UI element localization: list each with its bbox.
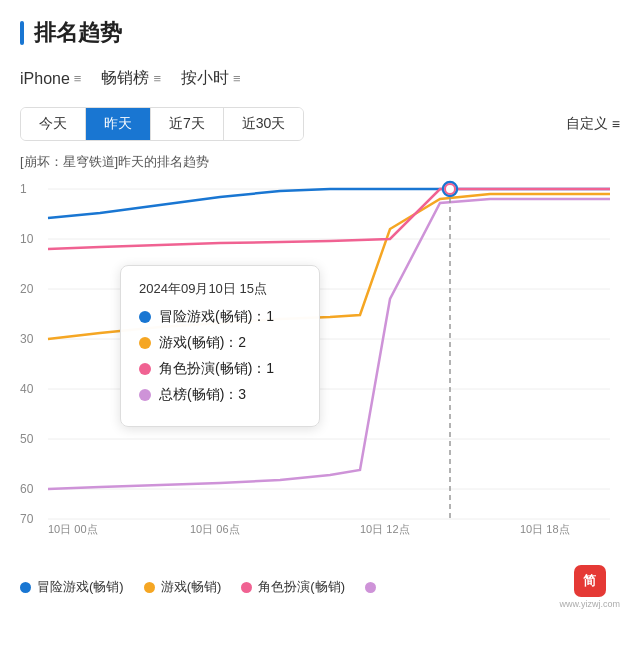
legend-item-purple — [365, 582, 376, 593]
custom-icon: ≡ — [612, 116, 620, 132]
custom-button[interactable]: 自定义 ≡ — [566, 115, 620, 133]
tooltip-dot-4 — [139, 389, 151, 401]
svg-text:40: 40 — [20, 382, 34, 396]
svg-text:70: 70 — [20, 512, 34, 526]
tooltip-item-2: 游戏(畅销)：2 — [139, 334, 301, 352]
svg-text:10: 10 — [20, 232, 34, 246]
chart-tooltip: 2024年09月10日 15点 冒险游戏(畅销)：1 游戏(畅销)：2 角色扮演… — [120, 265, 320, 427]
chart-container: 1 10 20 30 40 50 60 70 10日 00点 10日 0 — [20, 175, 620, 555]
chart-wrapper: [崩坏：星穹铁道]昨天的排名趋势 1 10 20 30 40 50 60 70 — [0, 153, 640, 555]
svg-text:30: 30 — [20, 332, 34, 346]
tab-3[interactable]: 近30天 — [224, 108, 304, 140]
filter-item-1[interactable]: 畅销榜≡ — [101, 68, 161, 89]
legend-label-0: 冒险游戏(畅销) — [37, 578, 124, 596]
tab-group: 今天昨天近7天近30天 — [20, 107, 304, 141]
tooltip-item-4: 总榜(畅销)：3 — [139, 386, 301, 404]
header: 排名趋势 — [0, 0, 640, 58]
header-accent-bar — [20, 21, 24, 45]
legend-item-0: 冒险游戏(畅销) — [20, 578, 124, 596]
tooltip-dot-2 — [139, 337, 151, 349]
svg-text:50: 50 — [20, 432, 34, 446]
legend-row: 冒险游戏(畅销)游戏(畅销)角色扮演(畅销) 简 www.yizwj.com — [0, 555, 640, 619]
svg-text:10日 06点: 10日 06点 — [190, 523, 240, 535]
legend-dot-0 — [20, 582, 31, 593]
filter-item-0[interactable]: iPhone≡ — [20, 70, 81, 88]
svg-text:1: 1 — [20, 182, 27, 196]
filter-label-1: 畅销榜 — [101, 68, 149, 89]
tab-row: 今天昨天近7天近30天 自定义 ≡ — [0, 99, 640, 149]
filter-row: iPhone≡畅销榜≡按小时≡ — [0, 58, 640, 99]
svg-text:60: 60 — [20, 482, 34, 496]
legend-item-1: 游戏(畅销) — [144, 578, 222, 596]
tooltip-title: 2024年09月10日 15点 — [139, 280, 301, 298]
legend-dot-1 — [144, 582, 155, 593]
tooltip-item-1: 冒险游戏(畅销)：1 — [139, 308, 301, 326]
svg-text:10日 00点: 10日 00点 — [48, 523, 98, 535]
tooltip-dot-1 — [139, 311, 151, 323]
tooltip-dot-3 — [139, 363, 151, 375]
main-container: 排名趋势 iPhone≡畅销榜≡按小时≡ 今天昨天近7天近30天 自定义 ≡ [… — [0, 0, 640, 649]
tab-1[interactable]: 昨天 — [86, 108, 151, 140]
legend-dot-2 — [241, 582, 252, 593]
logo-icon: 简 — [574, 565, 606, 597]
filter-item-2[interactable]: 按小时≡ — [181, 68, 241, 89]
legend-label-2: 角色扮演(畅销) — [258, 578, 345, 596]
chart-label: [崩坏：星穹铁道]昨天的排名趋势 — [20, 153, 620, 171]
custom-label: 自定义 — [566, 115, 608, 133]
legend-label-1: 游戏(畅销) — [161, 578, 222, 596]
svg-text:10日 12点: 10日 12点 — [360, 523, 410, 535]
tab-0[interactable]: 今天 — [21, 108, 86, 140]
logo-text: www.yizwj.com — [559, 599, 620, 609]
filter-icon-2: ≡ — [233, 71, 241, 86]
legend-dot-purple — [365, 582, 376, 593]
filter-icon-0: ≡ — [74, 71, 82, 86]
svg-point-22 — [445, 184, 455, 194]
page-title: 排名趋势 — [34, 18, 122, 48]
tooltip-item-3: 角色扮演(畅销)：1 — [139, 360, 301, 378]
filter-label-2: 按小时 — [181, 68, 229, 89]
logo: 简 www.yizwj.com — [559, 565, 620, 609]
svg-text:10日 18点: 10日 18点 — [520, 523, 570, 535]
filter-label-0: iPhone — [20, 70, 70, 88]
filter-icon-1: ≡ — [153, 71, 161, 86]
tab-2[interactable]: 近7天 — [151, 108, 224, 140]
chart-svg: 1 10 20 30 40 50 60 70 10日 00点 10日 0 — [20, 175, 620, 535]
svg-text:20: 20 — [20, 282, 34, 296]
legend-item-2: 角色扮演(畅销) — [241, 578, 345, 596]
